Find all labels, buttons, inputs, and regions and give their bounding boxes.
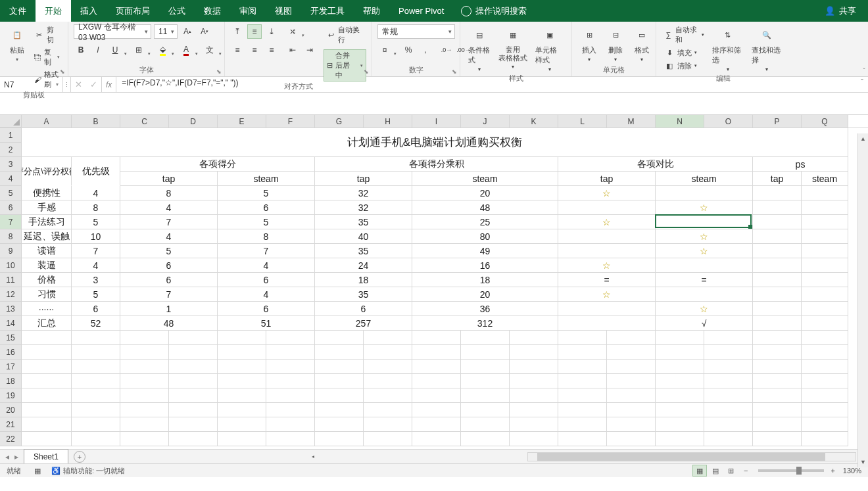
cell[interactable] [558, 360, 607, 374]
cell[interactable] [120, 360, 169, 374]
cell[interactable] [412, 360, 461, 374]
cell[interactable] [753, 302, 802, 316]
cell[interactable] [704, 403, 753, 417]
cell[interactable] [802, 374, 848, 388]
cell[interactable] [22, 360, 72, 374]
row-header-14[interactable]: 14 [0, 316, 22, 331]
cell[interactable] [120, 345, 169, 360]
cell[interactable]: 48 [120, 316, 218, 331]
row-header-3[interactable]: 3 [0, 157, 22, 172]
cell[interactable] [169, 388, 218, 403]
cell[interactable]: 20 [412, 287, 558, 302]
scroll-up-button[interactable]: ▲ [858, 133, 868, 144]
cell[interactable] [461, 374, 510, 388]
cell[interactable]: ☆ [656, 244, 753, 258]
cell[interactable]: steam [656, 172, 753, 186]
cell[interactable] [266, 403, 315, 417]
collapse-ribbon-button[interactable]: ˇ [863, 67, 865, 75]
cell[interactable] [266, 331, 315, 345]
cell[interactable] [72, 388, 120, 403]
cell[interactable] [315, 360, 364, 374]
number-format-combo[interactable]: 常规 [377, 24, 455, 39]
cell[interactable]: 8 [218, 229, 315, 244]
hscroll-left[interactable]: ◂ [308, 452, 318, 461]
col-header-D[interactable]: D [169, 115, 218, 128]
cell[interactable] [461, 360, 510, 374]
row-header-10[interactable]: 10 [0, 258, 22, 273]
cell[interactable] [802, 244, 848, 258]
format-cells-button[interactable]: ▭格式▾ [630, 24, 654, 64]
autosum-button[interactable]: ∑自动求和▾ [662, 24, 707, 45]
cell[interactable]: = [558, 273, 656, 287]
cell[interactable] [753, 403, 802, 417]
cell[interactable] [22, 403, 72, 417]
cell[interactable]: 8 [120, 186, 218, 200]
row-header-2[interactable]: 2 [0, 143, 22, 157]
horizontal-scrollbar[interactable] [527, 452, 856, 461]
cell[interactable] [315, 345, 364, 360]
cell[interactable] [558, 417, 607, 432]
increase-font-button[interactable]: A▴ [180, 24, 195, 39]
copy-button[interactable]: ⿻复制▾ [32, 47, 62, 68]
cell[interactable] [22, 417, 72, 432]
cell[interactable] [558, 374, 607, 388]
conditional-format-button[interactable]: ▤条件格式▾ [466, 24, 493, 74]
cell[interactable]: 7 [120, 215, 218, 229]
cell[interactable] [704, 432, 753, 446]
formula-expand-button[interactable]: ˇ [856, 77, 868, 92]
cell[interactable] [72, 345, 120, 360]
cell[interactable] [412, 331, 461, 345]
cell[interactable] [753, 417, 802, 432]
cell[interactable] [510, 417, 558, 432]
cell[interactable] [802, 432, 848, 446]
cell[interactable] [22, 432, 72, 446]
home-tab[interactable]: 开始 [36, 0, 71, 22]
cell[interactable] [656, 388, 704, 403]
cell[interactable] [802, 331, 848, 345]
col-header-B[interactable]: B [72, 115, 120, 128]
cell[interactable] [558, 316, 656, 331]
page-layout-view-button[interactable]: ▤ [708, 465, 723, 477]
row-header-20[interactable]: 20 [0, 403, 22, 417]
cell[interactable] [802, 186, 848, 200]
cell[interactable] [120, 331, 169, 345]
align-top-button[interactable]: ⤒ [230, 24, 245, 39]
cell[interactable] [315, 417, 364, 432]
cell[interactable] [120, 388, 169, 403]
cell[interactable] [72, 432, 120, 446]
number-launcher[interactable]: ⬊ [452, 68, 458, 75]
cell[interactable]: 习惯 [22, 287, 72, 302]
cell[interactable] [72, 374, 120, 388]
col-header-F[interactable]: F [266, 115, 315, 128]
cell[interactable]: 80 [412, 229, 558, 244]
font-size-combo[interactable]: 11 [154, 24, 178, 39]
delete-cells-button[interactable]: ⊟删除▾ [604, 24, 627, 64]
align-launcher[interactable]: ⬊ [364, 68, 370, 75]
cell[interactable]: √ [656, 316, 753, 331]
cell[interactable]: 4 [218, 258, 315, 273]
cell[interactable] [461, 417, 510, 432]
cell[interactable] [558, 432, 607, 446]
cell[interactable] [704, 417, 753, 432]
row-header-15[interactable]: 15 [0, 331, 22, 345]
cell[interactable] [22, 388, 72, 403]
cell[interactable] [510, 403, 558, 417]
find-select-button[interactable]: 🔍查找和选择▾ [749, 24, 785, 74]
col-header-N[interactable]: N [656, 115, 704, 128]
col-header-H[interactable]: H [364, 115, 412, 128]
cell[interactable] [802, 345, 848, 360]
row-header-11[interactable]: 11 [0, 273, 22, 287]
table-format-button[interactable]: ▦套用 表格格式▾ [496, 24, 530, 71]
cell[interactable]: 8 [72, 200, 120, 215]
cell[interactable]: 各项得分 [120, 157, 315, 172]
cell[interactable] [120, 417, 169, 432]
namebox-expand[interactable]: ⋮ [63, 77, 71, 92]
cell[interactable] [461, 403, 510, 417]
cell[interactable] [461, 432, 510, 446]
cell[interactable] [510, 345, 558, 360]
cell[interactable]: steam [218, 172, 315, 186]
cell[interactable]: 7 [120, 287, 218, 302]
cell[interactable]: 5 [120, 244, 218, 258]
merge-center-button[interactable]: ⊟合并后居中▾ [324, 49, 366, 82]
cell[interactable] [169, 432, 218, 446]
